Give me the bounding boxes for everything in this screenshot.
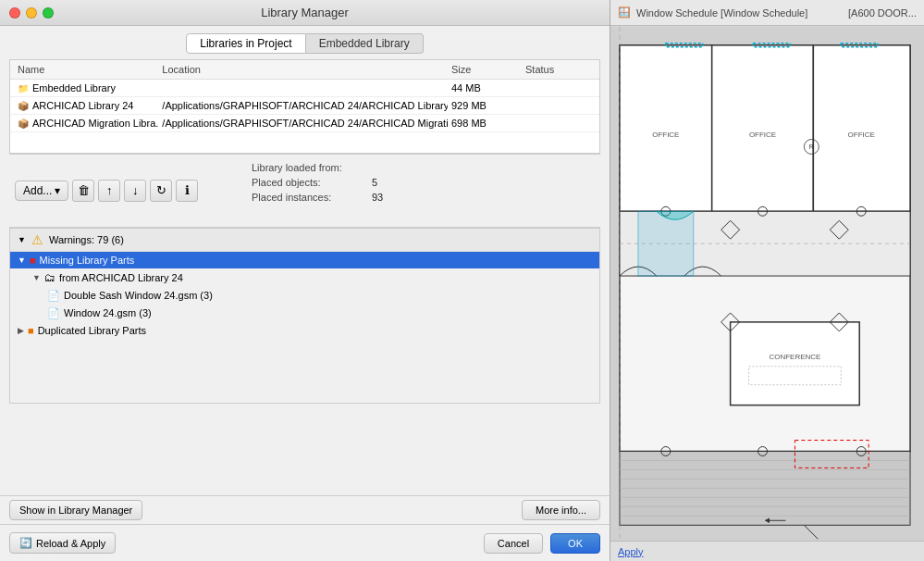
missing-library-parts-label: Missing Library Parts <box>40 255 135 266</box>
drawing-header: 🪟 Window Schedule [Window Schedule] [A60… <box>610 0 924 26</box>
placed-instances-label: Placed instances: <box>252 192 372 203</box>
orange-square-icon: ■ <box>28 325 34 336</box>
row-icon: 📁 <box>18 83 29 94</box>
library-manager-panel: Library Manager Libraries in Project Emb… <box>0 0 610 561</box>
placed-objects-row: Placed objects: 5 <box>252 177 589 188</box>
minimize-button[interactable] <box>26 7 37 19</box>
ok-button[interactable]: OK <box>550 533 600 554</box>
library-info: Library loaded from: Placed objects: 5 P… <box>240 155 600 227</box>
show-in-library-manager-button[interactable]: Show in Library Manager <box>9 500 142 520</box>
duplicated-library-parts-label: Duplicated Library Parts <box>38 325 146 336</box>
title-bar: Library Manager <box>0 0 610 26</box>
reload-apply-label: Reload & Apply <box>36 538 105 549</box>
placed-instances-row: Placed instances: 93 <box>252 192 589 203</box>
reload-icon: 🔄 <box>19 537 32 549</box>
svg-rect-8 <box>731 322 860 405</box>
table-row[interactable]: 📦ARCHICAD Migration Libra... /Applicatio… <box>10 115 599 132</box>
warnings-header[interactable]: ▼ ⚠ Warnings: 79 (6) <box>10 229 599 252</box>
placed-objects-value: 5 <box>372 177 377 188</box>
row-icon: 📦 <box>18 101 29 111</box>
double-sash-label: Double Sash Window 24.gsm (3) <box>64 290 213 301</box>
double-sash-item[interactable]: 📄 Double Sash Window 24.gsm (3) <box>10 287 599 305</box>
bottom-right-actions: Cancel OK <box>484 533 600 554</box>
doc-icon: 📄 <box>47 307 60 319</box>
add-label: Add... <box>23 184 52 197</box>
col-size: Size <box>448 62 522 77</box>
window-controls <box>9 7 54 19</box>
row-status <box>522 104 596 107</box>
svg-rect-2 <box>620 45 712 211</box>
svg-text:CONFERENCE: CONFERENCE <box>770 353 821 361</box>
spacer <box>0 404 610 496</box>
apply-link[interactable]: Apply <box>618 546 644 557</box>
toolbar-area: Add... ▾ 🗑 ↑ ↓ ↻ ℹ <box>9 155 240 227</box>
library-loaded-label: Library loaded from: <box>252 162 372 173</box>
row-name: Embedded Library <box>32 82 116 94</box>
window-24-label: Window 24.gsm (3) <box>64 307 152 318</box>
move-up-button[interactable]: ↑ <box>98 180 120 202</box>
maximize-button[interactable] <box>43 7 54 19</box>
row-location: /Applications/GRAPHISOFT/ARCHICAD 24/ARC… <box>158 116 448 131</box>
svg-text:OFFICE: OFFICE <box>848 131 875 139</box>
svg-rect-4 <box>813 45 910 211</box>
chevron-right-icon: ▶ <box>18 326 24 335</box>
warnings-label: Warnings: 79 (6) <box>49 234 124 245</box>
cancel-button[interactable]: Cancel <box>484 533 543 554</box>
row-location: /Applications/GRAPHISOFT/ARCHICAD 24/ARC… <box>158 98 448 113</box>
library-table: Name Location Size Status 📁Embedded Libr… <box>9 59 600 154</box>
missing-library-parts-item[interactable]: ▼ ■ Missing Library Parts <box>10 252 599 268</box>
table-row[interactable]: 📁Embedded Library 44 MB <box>10 80 599 97</box>
window-title: Library Manager <box>261 6 349 19</box>
warning-icon: ⚠ <box>31 232 43 247</box>
from-archicad-label: from ARCHICAD Library 24 <box>59 272 183 283</box>
move-down-button[interactable]: ↓ <box>124 180 146 202</box>
row-icon: 📦 <box>18 118 29 129</box>
svg-text:R: R <box>809 143 814 150</box>
drawing-header-title: Window Schedule [Window Schedule] <box>636 7 807 19</box>
svg-text:OFFICE: OFFICE <box>749 131 776 139</box>
chevron-down-icon: ▼ <box>32 273 41 282</box>
info-panel: Add... ▾ 🗑 ↑ ↓ ↻ ℹ Library loaded from: … <box>9 154 600 228</box>
show-in-lib-btn-wrap: Show in Library Manager <box>9 500 142 520</box>
remove-button[interactable]: 🗑 <box>72 180 94 202</box>
drawing-canvas: OFFICE OFFICE OFFICE CONFERENCE <box>610 26 924 561</box>
window-24-item[interactable]: 📄 Window 24.gsm (3) <box>10 305 599 322</box>
issues-area: ▼ ⚠ Warnings: 79 (6) ▼ ■ Missing Library… <box>9 228 600 404</box>
add-button[interactable]: Add... ▾ <box>15 181 68 201</box>
table-header: Name Location Size Status <box>10 60 599 80</box>
from-archicad-item[interactable]: ▼ 🗂 from ARCHICAD Library 24 <box>10 268 599 287</box>
svg-rect-3 <box>712 45 814 211</box>
row-size: 929 MB <box>448 98 522 113</box>
reload-apply-button[interactable]: 🔄 Reload & Apply <box>9 532 116 554</box>
row-status <box>522 121 596 125</box>
tab-embedded-library[interactable]: Embedded Library <box>306 33 424 54</box>
row-size: 698 MB <box>448 116 522 131</box>
library-icon: 🗂 <box>44 271 55 284</box>
placed-objects-label: Placed objects: <box>252 177 372 188</box>
drawing-header-tag: [A600 DOOR... <box>848 7 917 19</box>
col-location: Location <box>158 62 448 77</box>
svg-text:OFFICE: OFFICE <box>652 131 679 139</box>
row-status <box>522 86 596 90</box>
tab-libraries-in-project[interactable]: Libraries in Project <box>186 33 305 54</box>
col-name: Name <box>14 62 158 77</box>
more-info-btn-wrap: More info... <box>522 500 600 520</box>
add-dropdown-icon: ▾ <box>55 184 60 197</box>
row-name: ARCHICAD Library 24 <box>32 100 133 111</box>
red-square-icon: ■ <box>30 255 36 266</box>
row-size: 44 MB <box>448 81 522 95</box>
placed-instances-value: 93 <box>372 192 383 203</box>
refresh-button[interactable]: ↻ <box>150 180 172 202</box>
info-button[interactable]: ℹ <box>176 180 198 202</box>
close-button[interactable] <box>9 7 20 19</box>
doc-icon: 📄 <box>47 290 60 302</box>
bottom-toolbar: 🔄 Reload & Apply Cancel OK <box>0 524 610 561</box>
more-info-button[interactable]: More info... <box>522 500 600 520</box>
col-status: Status <box>522 62 596 77</box>
drawing-panel: 🪟 Window Schedule [Window Schedule] [A60… <box>610 0 924 561</box>
table-row[interactable]: 📦ARCHICAD Library 24 /Applications/GRAPH… <box>10 97 599 115</box>
row-name: ARCHICAD Migration Libra... <box>32 118 158 129</box>
row-location <box>158 86 448 90</box>
duplicated-library-parts-item[interactable]: ▶ ■ Duplicated Library Parts <box>10 322 599 339</box>
secondary-toolbar: Show in Library Manager More info... <box>0 495 610 524</box>
